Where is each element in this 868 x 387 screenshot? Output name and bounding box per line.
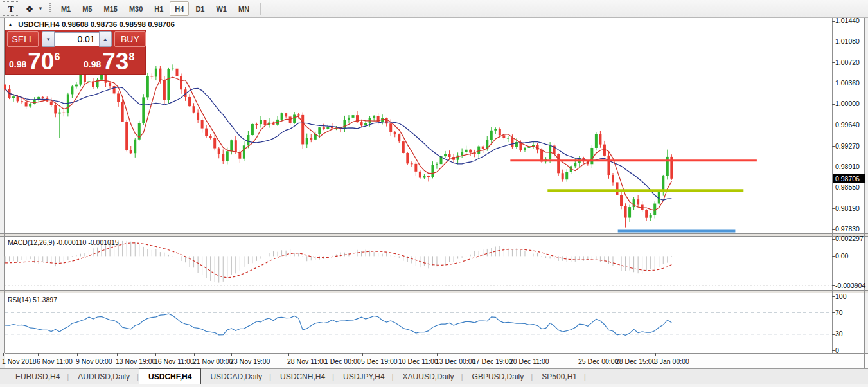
time-axis-tick: [474, 353, 474, 356]
current-price-tag: 0.98706: [833, 174, 865, 183]
time-axis-tick: [38, 353, 39, 356]
time-axis-label: 1 Nov 2018: [2, 357, 37, 365]
time-axis-label: 28 Dec 15:00: [616, 357, 655, 365]
axis-tick: [832, 256, 835, 256]
axis-tick: [832, 334, 835, 335]
rsi-axis-label: 0: [835, 346, 839, 354]
chart-tab-usdcnh-h4[interactable]: USDCNH,H4|: [271, 369, 334, 384]
chart-tab-sp500-h1[interactable]: SP500,H1|: [533, 369, 586, 384]
time-axis-tick: [288, 353, 289, 356]
axis-tick: [832, 104, 835, 105]
time-axis-tick: [617, 353, 617, 356]
rsi-axis-label: 30: [835, 330, 843, 338]
axis-tick: [832, 125, 835, 125]
chart-title: ▲ USDCHF,H4 0.98608 0.98736 0.98598 0.98…: [8, 21, 175, 28]
volume-input[interactable]: 0.01: [55, 32, 98, 46]
time-axis-label: 5 Dec 19:00: [361, 357, 398, 365]
time-axis-label: 16 Nov 11:00: [154, 357, 194, 365]
buy-price-main: 73: [102, 50, 128, 74]
time-axis-label: 3 Jan 00:00: [654, 357, 689, 365]
time-axis-tick: [77, 353, 78, 356]
axis-tick: [832, 84, 835, 84]
time-axis-tick: [155, 353, 156, 356]
price-axis-label: 1.00000: [835, 100, 860, 107]
chart-tab-usdjpy-h4[interactable]: USDJPY,H4|: [334, 369, 393, 384]
price-axis-label: 0.97830: [835, 225, 860, 233]
axis-tick: [832, 42, 835, 42]
price-axis-label: 1.01080: [835, 37, 860, 45]
chart-tab-gbpusd-daily[interactable]: GBPUSD,Daily|: [463, 369, 533, 384]
axis-tick: [832, 296, 835, 297]
chart-symbol: USDCHF,H4: [18, 21, 60, 28]
buy-button[interactable]: BUY: [114, 32, 146, 47]
axis-tick: [832, 285, 835, 286]
chart-tab-eurusd-h4[interactable]: EURUSD,H4|: [6, 369, 69, 384]
time-axis-label: 17 Dec 19:00: [472, 357, 512, 365]
time-axis-tick: [3, 353, 4, 356]
price-axis-label: 0.99640: [835, 121, 860, 129]
chart-tab-bar: EURUSD,H4|AUDUSD,Daily|USDCHF,H4USDCAD,D…: [0, 368, 868, 384]
time-axis-tick: [362, 353, 363, 356]
time-axis-label: 13 Nov 19:00: [116, 357, 155, 365]
status-strip: [0, 384, 868, 387]
sell-button[interactable]: SELL: [7, 32, 39, 47]
axis-tick: [832, 21, 835, 22]
rsi-axis-label: 70: [835, 309, 843, 316]
sell-price-prefix: 0.98: [9, 59, 26, 69]
ohlc-open: 0.98608: [62, 21, 89, 28]
tab-bar-padding: [0, 369, 6, 384]
time-axis-tick: [117, 353, 118, 356]
time-axis-tick: [511, 353, 511, 356]
macd-axis-label: 0.002297: [835, 235, 864, 242]
axis-tick: [832, 166, 835, 167]
sell-price-button[interactable]: 0.98 70 6: [9, 47, 73, 74]
axis-tick: [832, 208, 835, 209]
buy-price-pip: 8: [128, 51, 134, 63]
time-axis-tick: [580, 353, 580, 356]
sell-price-pip: 6: [54, 51, 60, 63]
time-axis-label: 23 Nov 19:00: [230, 357, 270, 365]
ohlc-close: 0.98706: [148, 21, 175, 28]
buy-price-button[interactable]: 0.98 73 8: [78, 47, 149, 74]
chart-tab-usdchf-h4[interactable]: USDCHF,H4: [139, 368, 201, 384]
buy-price-prefix: 0.98: [84, 59, 101, 69]
chart-tab-audusd-daily[interactable]: AUDUSD,Daily|: [69, 369, 139, 384]
ohlc-low: 0.98598: [119, 21, 146, 28]
ohlc-high: 0.98736: [91, 21, 118, 28]
time-axis-label: 28 Nov 11:00: [287, 357, 327, 365]
chart-tab-usdcad-daily[interactable]: USDCAD,Daily|: [201, 369, 271, 384]
price-axis-label: 1.01440: [835, 17, 860, 24]
price-axis-label: 0.98190: [835, 204, 860, 212]
time-axis-label: 20 Dec 11:00: [509, 357, 549, 365]
mt4-window: T ❖ ▼ M1M5M15M30H1H4D1W1MN ▲ USDCHF,H4 0…: [0, 0, 868, 387]
one-click-trading-panel: SELL ▼ 0.01 ▲ BUY 0.98 70 6 0.98 73 8: [5, 30, 146, 75]
price-axis-label: 1.00720: [835, 59, 860, 66]
volume-decrease-button[interactable]: ▼: [42, 32, 55, 47]
macd-label: MACD(12,26,9) -0.000110 -0.001015: [8, 239, 119, 246]
rsi-label: RSI(14) 51.3897: [8, 296, 57, 303]
axis-tick: [832, 239, 835, 240]
axis-tick: [832, 350, 835, 351]
volume-increase-button[interactable]: ▲: [99, 32, 112, 47]
time-axis-label: 21 Nov 00:00: [193, 357, 233, 365]
time-axis-label: 10 Dec 11:00: [398, 357, 438, 365]
collapse-panel-icon[interactable]: ▲: [8, 22, 13, 28]
price-axis-label: 0.98550: [835, 183, 860, 191]
axis-tick: [832, 146, 835, 147]
time-axis-tick: [400, 353, 400, 356]
time-axis-tick: [231, 353, 232, 356]
tab-separator: |: [584, 372, 586, 381]
price-axis-label: 1.00360: [835, 79, 860, 87]
trade-panel-controls: SELL ▼ 0.01 ▲ BUY: [5, 32, 146, 47]
time-axis-label: 9 Nov 00:00: [76, 357, 112, 365]
time-axis-tick: [326, 353, 326, 356]
time-axis-label: 25 Dec 00:00: [578, 357, 618, 365]
time-axis-label: 13 Dec 00:00: [436, 357, 475, 365]
axis-tick: [832, 62, 835, 63]
time-axis-tick: [655, 353, 656, 356]
time-axis-tick: [194, 353, 195, 356]
time-axis-label: 1 Dec 00:00: [324, 357, 361, 365]
axis-tick: [832, 312, 835, 313]
chart-tab-xauusd-daily[interactable]: XAUUSD,Daily|: [394, 369, 463, 384]
axis-tick: [832, 229, 835, 230]
